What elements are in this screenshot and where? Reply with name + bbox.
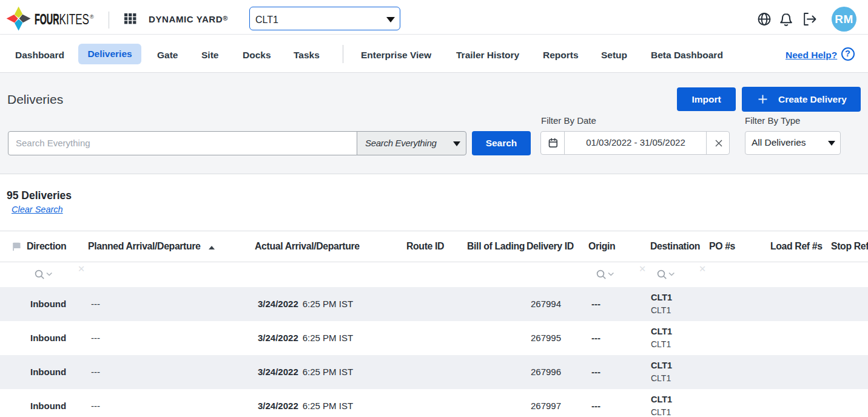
svg-text:FOURKITES: FOURKITES [35, 13, 89, 27]
